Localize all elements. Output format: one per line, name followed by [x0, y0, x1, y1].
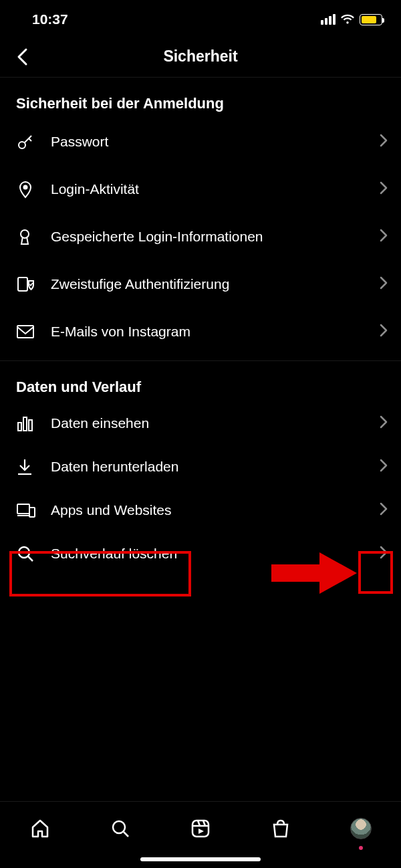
- list-data-history: Daten einsehen Daten herunterladen Apps …: [0, 401, 401, 575]
- mail-icon: [16, 324, 43, 339]
- cellular-signal-icon: [321, 14, 336, 25]
- status-icons: [321, 14, 382, 25]
- status-bar: 10:37: [0, 0, 401, 36]
- notification-dot-icon: [359, 846, 363, 850]
- list-item-label: Apps und Websites: [43, 502, 380, 518]
- list-item-label: Zweistufige Authentifizierung: [43, 276, 380, 292]
- svg-point-19: [113, 821, 125, 833]
- chevron-right-icon: [380, 502, 388, 518]
- svg-rect-9: [29, 420, 32, 431]
- list-item-apps-websites[interactable]: Apps und Websites: [0, 488, 401, 532]
- list-item-password[interactable]: Passwort: [0, 118, 401, 165]
- chevron-right-icon: [380, 415, 388, 431]
- download-icon: [16, 457, 43, 476]
- list-login-security: Passwort Login-Aktivität Gespeicherte Lo…: [0, 118, 401, 355]
- svg-point-3: [24, 185, 27, 189]
- tab-shop[interactable]: [266, 814, 295, 843]
- svg-rect-6: [17, 326, 33, 338]
- chevron-right-icon: [380, 276, 388, 292]
- section-header-login-security: Sicherheit bei der Anmeldung: [0, 78, 401, 118]
- status-time: 10:37: [32, 11, 68, 27]
- wifi-icon: [340, 14, 355, 25]
- bar-chart-icon: [16, 415, 43, 432]
- shield-device-icon: [16, 275, 43, 294]
- search-icon: [16, 544, 43, 563]
- chevron-right-icon: [380, 546, 388, 562]
- key-icon: [16, 132, 43, 151]
- list-item-label: E-Mails von Instagram: [43, 324, 380, 340]
- list-item-label: Suchverlauf löschen: [43, 546, 380, 562]
- chevron-right-icon: [380, 181, 388, 197]
- tab-home[interactable]: [25, 814, 55, 843]
- chevron-right-icon: [380, 134, 388, 150]
- section-header-data-history: Daten und Verlauf: [0, 361, 401, 401]
- list-item-label: Passwort: [43, 134, 380, 150]
- svg-rect-21: [192, 821, 209, 837]
- list-item-label: Gespeicherte Login-Informationen: [43, 229, 380, 245]
- list-item-emails[interactable]: E-Mails von Instagram: [0, 308, 401, 355]
- devices-icon: [16, 502, 43, 518]
- avatar: [350, 818, 372, 839]
- list-item-view-data[interactable]: Daten einsehen: [0, 401, 401, 445]
- home-indicator: [140, 857, 261, 861]
- svg-rect-7: [18, 423, 21, 431]
- chevron-right-icon: [380, 229, 388, 245]
- keyhole-icon: [16, 227, 43, 247]
- tab-search[interactable]: [106, 814, 135, 843]
- battery-icon: [360, 14, 382, 25]
- svg-rect-14: [29, 508, 35, 517]
- chevron-right-icon: [380, 459, 388, 475]
- list-item-saved-login[interactable]: Gespeicherte Login-Informationen: [0, 213, 401, 260]
- tab-reels[interactable]: [186, 814, 215, 843]
- list-item-clear-search-history[interactable]: Suchverlauf löschen: [0, 532, 401, 575]
- chevron-right-icon: [380, 324, 388, 340]
- list-item-two-factor[interactable]: Zweistufige Authentifizierung: [0, 260, 401, 308]
- svg-point-4: [21, 230, 29, 238]
- page-header: Sicherheit: [0, 36, 401, 78]
- list-item-login-activity[interactable]: Login-Aktivität: [0, 165, 401, 213]
- svg-line-20: [124, 832, 128, 837]
- location-pin-icon: [16, 179, 43, 199]
- page-title: Sicherheit: [163, 47, 237, 66]
- tab-profile[interactable]: [346, 814, 376, 843]
- svg-point-15: [19, 547, 29, 558]
- svg-marker-25: [198, 829, 204, 834]
- list-item-label: Login-Aktivität: [43, 181, 380, 197]
- list-item-label: Daten einsehen: [43, 415, 380, 431]
- back-button[interactable]: [12, 47, 32, 67]
- svg-rect-12: [17, 504, 29, 514]
- list-item-label: Daten herunterladen: [43, 459, 380, 475]
- svg-rect-5: [18, 278, 27, 291]
- svg-line-2: [29, 138, 31, 141]
- svg-rect-8: [23, 417, 27, 431]
- svg-line-16: [28, 556, 33, 561]
- list-item-download-data[interactable]: Daten herunterladen: [0, 445, 401, 488]
